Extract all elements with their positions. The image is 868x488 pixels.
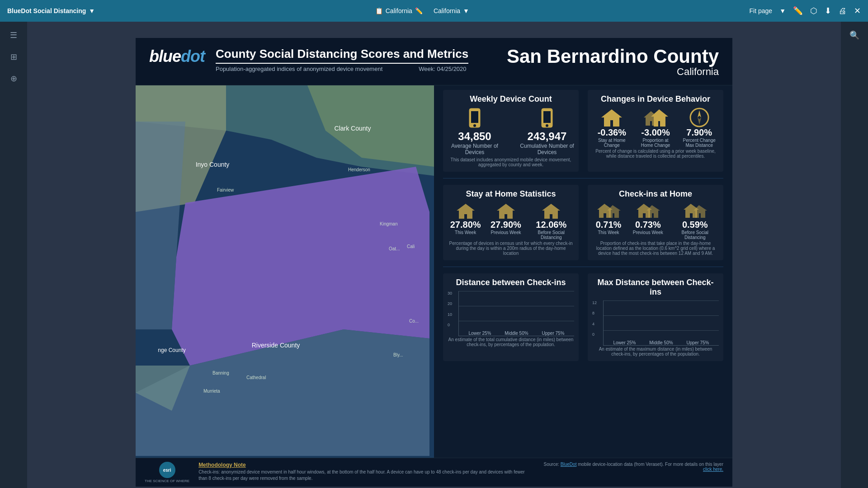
- svg-point-20: [473, 124, 476, 127]
- max-distance-value: 7.90%: [686, 127, 712, 138]
- svg-marker-34: [607, 205, 621, 218]
- esri-circle: esri: [159, 462, 175, 478]
- svg-text:Oat...: Oat...: [389, 246, 400, 251]
- proportion-home-label: Proportion at Home Change: [636, 138, 675, 148]
- top-row: Weekly Device Count 34,850 Avera: [443, 90, 723, 172]
- svg-marker-29: [698, 117, 701, 125]
- stay-this-week: 27.80% This Week: [450, 202, 481, 240]
- checkins-home-title: Check-ins at Home: [592, 189, 719, 199]
- dist-bar-middle: Middle 50%: [500, 330, 533, 336]
- stay-home-title: Stay at Home Statistics: [448, 189, 574, 199]
- dash-header-right: San Bernardino County California: [507, 47, 719, 78]
- divider-2: [443, 267, 723, 267]
- home-stay-icon-1: [456, 202, 476, 220]
- toolbar-tab-1[interactable]: 📋 California ✏️: [375, 7, 423, 14]
- checkin-prev-week-label: Previous Week: [633, 230, 663, 235]
- distance-note: An estimate of the total cumulative dist…: [448, 337, 574, 347]
- stay-home-note: Percentage of devices in census unit for…: [448, 241, 574, 256]
- right-panel: 🔍: [841, 22, 868, 488]
- proportion-home-value: -3.00%: [641, 127, 670, 138]
- svg-text:Murrieta: Murrieta: [203, 389, 220, 394]
- svg-text:Bly...: Bly...: [393, 352, 403, 357]
- compass-icon: [689, 108, 709, 127]
- max-gridline-12: [604, 300, 719, 301]
- svg-rect-22: [543, 111, 551, 123]
- dist-bar-upper-label: Upper 75%: [542, 331, 564, 336]
- max-distance-title: Max Distance between Check-ins: [592, 278, 719, 297]
- checkin-before-sd: 0.59% Before Social Distancing: [675, 202, 715, 240]
- home-icon-2: [642, 108, 669, 127]
- stay-home-panel: Stay at Home Statistics 27.80% This Week: [443, 185, 579, 260]
- map-svg: Clark County Inyo County Riverside Count…: [136, 85, 434, 456]
- title-block: County Social Distancing Scores and Metr…: [216, 47, 468, 72]
- behavior-metrics-row: -0.36% Stay at Home Change -3.00% P: [592, 108, 719, 148]
- device-behavior-panel: Changes in Device Behavior -0.36% Stay a…: [588, 90, 723, 172]
- max-bar-upper: Upper 75%: [681, 339, 714, 345]
- right-search-icon[interactable]: 🔍: [845, 26, 863, 44]
- middle-row: Stay at Home Statistics 27.80% This Week: [443, 185, 723, 260]
- svg-marker-36: [646, 205, 660, 218]
- avg-device-metric: 34,850 Average Number of Devices: [448, 108, 502, 155]
- home-checkin-icon-1: [596, 202, 621, 220]
- svg-marker-30: [457, 204, 475, 219]
- cum-device-value: 243,947: [528, 130, 567, 143]
- behavior-note: Percent of change is calculated using a …: [592, 149, 719, 159]
- brand-dropdown-icon[interactable]: ▼: [89, 7, 95, 14]
- stay-home-metrics-row: 27.80% This Week 27.90% Previous Week: [448, 202, 574, 240]
- charts-row: Distance between Check-ins 30 20 10 0: [443, 273, 723, 361]
- svg-marker-31: [497, 204, 515, 219]
- svg-point-23: [546, 124, 548, 127]
- max-bar-middle-label: Middle 50%: [649, 340, 673, 345]
- footer-source: Source: BlueDot mobile device-location d…: [542, 462, 723, 472]
- methodology-title: Methodology Note: [198, 462, 533, 468]
- stay-this-week-value: 27.80%: [450, 220, 481, 230]
- share-button[interactable]: ⬡: [810, 6, 817, 16]
- sidebar-menu-icon[interactable]: ☰: [5, 26, 23, 44]
- svg-rect-19: [471, 111, 478, 123]
- distance-checkins-chart: Distance between Check-ins 30 20 10 0: [443, 273, 579, 361]
- dist-bar-lower-label: Lower 25%: [468, 331, 491, 336]
- stay-prev-week-label: Previous Week: [491, 230, 521, 235]
- dash-title: County Social Distancing Scores and Metr…: [216, 47, 468, 64]
- checkin-prev-week: 0.73% Previous Week: [633, 202, 663, 240]
- edit-button[interactable]: ✏️: [793, 6, 803, 16]
- print-button[interactable]: 🖨: [839, 6, 847, 16]
- oc-label: nge County: [158, 347, 185, 353]
- max-y-labels: 12 8 4 0: [592, 300, 597, 337]
- tab1-edit-icon[interactable]: ✏️: [415, 7, 423, 14]
- toolbar-brand[interactable]: BlueDot Social Distancing ▼: [7, 7, 95, 14]
- tab2-dropdown-icon[interactable]: ▼: [463, 7, 469, 14]
- fit-dropdown-icon[interactable]: ▼: [779, 7, 786, 14]
- toolbar-tab-2[interactable]: California ▼: [434, 7, 469, 14]
- download-button[interactable]: ⬇: [825, 6, 831, 16]
- click-here-link[interactable]: click here.: [703, 467, 723, 472]
- stay-before-sd-value: 12.06%: [536, 220, 566, 230]
- source-text-2: mobile device-location data (from Verase…: [578, 462, 723, 467]
- dist-bar-upper: Upper 75%: [537, 330, 570, 336]
- sidebar-search-icon[interactable]: ⊕: [5, 70, 23, 88]
- bluedot-link[interactable]: BlueDot: [561, 462, 577, 467]
- checkins-home-note: Proportion of check-ins that take place …: [592, 241, 719, 256]
- device-count-note: This dataset includes anonymized mobile …: [448, 157, 574, 167]
- clark-county-label: Clark County: [335, 125, 371, 132]
- right-panels: Weekly Device Count 34,850 Avera: [434, 85, 732, 458]
- svg-marker-32: [542, 204, 560, 219]
- checkin-this-week-label: This Week: [598, 230, 619, 235]
- inyo-county-label: Inyo County: [196, 161, 230, 168]
- max-bar-middle: Middle 50%: [645, 339, 678, 345]
- max-gridline-8: [604, 315, 719, 316]
- fit-page-label[interactable]: Fit page: [750, 7, 773, 14]
- dash-header: bluedot County Social Distancing Scores …: [136, 38, 732, 85]
- dash-body: Clark County Inyo County Riverside Count…: [136, 85, 732, 458]
- gridline-30: [459, 291, 574, 291]
- sidebar-layers-icon[interactable]: ⊞: [5, 48, 23, 66]
- phone-icon-1: [466, 108, 484, 130]
- stay-before-sd: 12.06% Before Social Distancing: [531, 202, 571, 240]
- checkins-home-panel: Check-ins at Home 0.71% This Week: [588, 185, 723, 260]
- riverside-county-label: Riverside County: [252, 342, 300, 349]
- max-distance-chart-bars: Lower 25% Middle 50% Upper 75%: [603, 300, 719, 346]
- checkin-this-week-value: 0.71%: [596, 220, 622, 230]
- toolbar-right: Fit page ▼ ✏️ ⬡ ⬇ 🖨 ✕: [750, 6, 861, 16]
- dashboard: bluedot County Social Distancing Scores …: [136, 38, 732, 472]
- close-button[interactable]: ✕: [854, 6, 861, 16]
